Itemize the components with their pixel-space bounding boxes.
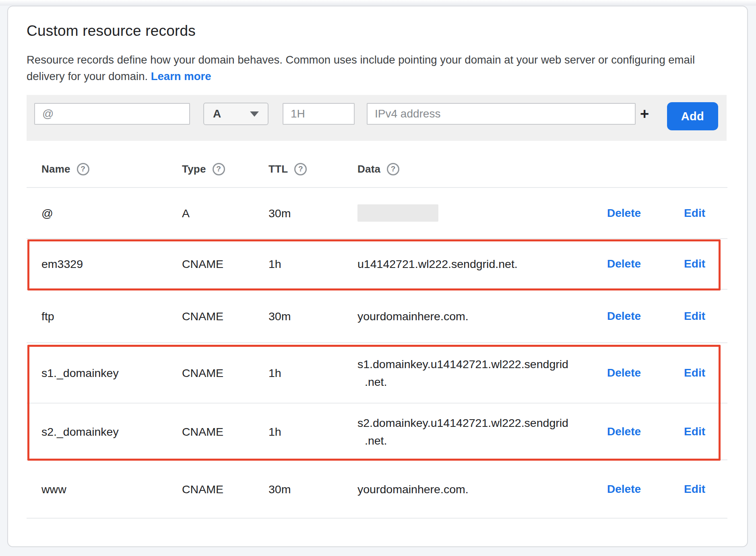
delete-link[interactable]: Delete: [607, 257, 641, 270]
row-actions: Delete Edit: [599, 483, 727, 496]
edit-link[interactable]: Edit: [684, 483, 705, 496]
record-name-input[interactable]: [34, 103, 190, 125]
record-data-cell: u14142721.wl222.sendgrid.net.: [357, 255, 599, 273]
table-row-www: www CNAME 30m yourdomainhere.com. Delete…: [27, 460, 727, 519]
table-row-ftp: ftp CNAME 30m yourdomainhere.com. Delete…: [27, 290, 727, 343]
row-actions: Delete Edit: [599, 425, 727, 438]
name-column-label: Name: [41, 163, 70, 175]
column-header-name: Name ?: [41, 163, 182, 175]
record-data-line: s2.domainkey.u14142721.wl222.sendgrid: [357, 416, 568, 429]
record-data-line: s1.domainkey.u14142721.wl222.sendgrid: [357, 358, 568, 371]
ttl-column-label: TTL: [269, 163, 288, 175]
edit-link[interactable]: Edit: [684, 310, 705, 323]
learn-more-link[interactable]: Learn more: [151, 70, 211, 82]
chevron-down-icon: [250, 111, 259, 117]
record-data-cell: yourdomainhere.com.: [357, 480, 599, 498]
record-ttl-cell: 1h: [269, 255, 357, 273]
column-header-data: Data ?: [357, 163, 599, 175]
row-actions: Delete Edit: [599, 257, 727, 270]
record-ttl-cell: 1h: [269, 364, 357, 382]
record-type-cell: A: [182, 204, 269, 222]
name-help-icon[interactable]: ?: [77, 163, 89, 175]
record-name-cell: em3329: [41, 255, 182, 273]
description-body: Resource records define how your domain …: [27, 54, 695, 82]
record-name-cell: @: [41, 204, 182, 222]
ttl-help-icon[interactable]: ?: [294, 163, 307, 175]
record-ttl-input[interactable]: [283, 103, 355, 125]
record-name-cell: s1._domainkey: [41, 364, 182, 382]
record-type-cell: CNAME: [182, 255, 269, 273]
table-row-at: @ A 30m Delete Edit: [27, 188, 727, 239]
record-type-select[interactable]: A: [203, 103, 269, 125]
record-data-line: yourdomainhere.com.: [357, 483, 469, 496]
data-column-label: Data: [357, 163, 380, 175]
column-header-ttl: TTL ?: [269, 163, 357, 175]
record-ttl-cell: 1h: [269, 423, 357, 441]
plus-icon[interactable]: +: [637, 103, 652, 125]
page-background-fade: [0, 0, 756, 6]
row-actions: Delete Edit: [599, 207, 727, 220]
record-name-cell: s2._domainkey: [41, 423, 182, 441]
record-data-line: .net.: [357, 432, 599, 449]
table-row-s2-domainkey: s2._domainkey CNAME 1h s2.domainkey.u141…: [27, 404, 727, 460]
row-actions: Delete Edit: [599, 367, 727, 379]
edit-link[interactable]: Edit: [684, 425, 705, 438]
redacted-data-box: [357, 204, 438, 222]
type-column-label: Type: [182, 163, 206, 175]
record-type-cell: CNAME: [182, 480, 269, 498]
row-actions: Delete Edit: [599, 310, 727, 323]
edit-link[interactable]: Edit: [684, 257, 705, 270]
delete-link[interactable]: Delete: [607, 425, 641, 438]
column-header-type: Type ?: [182, 163, 269, 175]
record-data-line: yourdomainhere.com.: [357, 310, 469, 323]
edit-link[interactable]: Edit: [684, 207, 705, 220]
record-type-cell: CNAME: [182, 423, 269, 441]
record-data-input[interactable]: [367, 103, 636, 125]
record-ttl-cell: 30m: [269, 307, 357, 325]
record-name-cell: ftp: [41, 307, 182, 325]
record-data-line: .net.: [357, 373, 599, 391]
record-data-cell: [357, 204, 599, 222]
page-title: Custom resource records: [27, 23, 727, 39]
table-row-em3329: em3329 CNAME 1h u14142721.wl222.sendgrid…: [27, 239, 727, 290]
record-data-cell: yourdomainhere.com.: [357, 307, 599, 325]
table-header: Name ? Type ? TTL ? Data ?: [27, 141, 727, 188]
record-name-cell: www: [41, 480, 182, 498]
custom-resource-records-card: Custom resource records Resource records…: [7, 6, 748, 547]
type-help-icon[interactable]: ?: [213, 163, 225, 175]
edit-link[interactable]: Edit: [684, 367, 705, 379]
record-data-line: u14142721.wl222.sendgrid.net.: [357, 257, 518, 270]
delete-link[interactable]: Delete: [607, 310, 641, 323]
delete-link[interactable]: Delete: [607, 207, 641, 220]
delete-link[interactable]: Delete: [607, 367, 641, 379]
selected-type-value: A: [213, 107, 221, 120]
add-button[interactable]: Add: [667, 102, 718, 130]
delete-link[interactable]: Delete: [607, 483, 641, 496]
record-ttl-cell: 30m: [269, 480, 357, 498]
record-type-cell: CNAME: [182, 307, 269, 325]
description-text: Resource records define how your domain …: [27, 51, 727, 84]
records-table: @ A 30m Delete Edit em3329 CNAME 1h u141…: [27, 188, 727, 519]
record-ttl-cell: 30m: [269, 204, 357, 222]
record-type-cell: CNAME: [182, 364, 269, 382]
record-data-cell: s2.domainkey.u14142721.wl222.sendgrid .n…: [357, 414, 599, 449]
data-help-icon[interactable]: ?: [387, 163, 399, 175]
add-record-bar: A + Add: [27, 95, 727, 141]
table-row-s1-domainkey: s1._domainkey CNAME 1h s1.domainkey.u141…: [27, 343, 727, 404]
record-data-cell: s1.domainkey.u14142721.wl222.sendgrid .n…: [357, 355, 599, 391]
